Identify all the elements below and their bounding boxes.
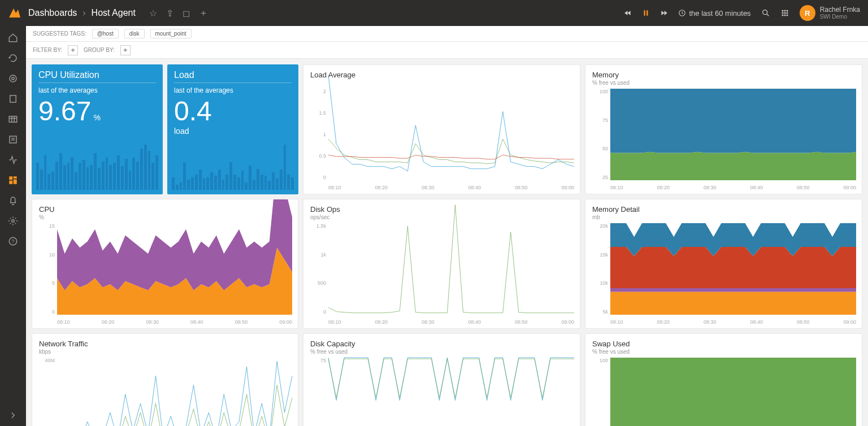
topbar: Dashboards › Host Agent ☆ ⇪ ◻ ＋ the last… [0,0,868,26]
tile-value: 9.67 [38,95,91,127]
target-icon[interactable] [8,73,18,84]
tile-load[interactable]: Load last of the averages 0.4 load [167,64,298,194]
star-icon[interactable]: ☆ [149,8,157,19]
chart [328,89,574,180]
tile-title: Disk Ops [310,205,573,214]
search-icon[interactable] [761,8,770,18]
chart [57,358,292,426]
y-axis: 151050 [36,223,55,315]
share-icon[interactable]: ⇪ [166,8,173,19]
chart [610,223,856,315]
y-axis: 20k15k10k5k [589,223,608,315]
home-icon[interactable] [8,33,18,43]
svg-text:?: ? [11,238,14,244]
tile-value: 0.4 [174,95,212,127]
plus-icon[interactable]: ＋ [199,7,208,19]
x-axis: 08:1008:2008:3008:4008:5009:00 [328,185,574,190]
tile-subtitle: last of the averages [38,86,156,94]
apps-grid-icon[interactable] [780,8,789,18]
svg-rect-4 [10,95,16,102]
tile-unit: load [174,127,292,136]
x-axis: 08:1008:2008:3008:4008:5009:00 [610,319,856,325]
bell-icon[interactable] [8,195,18,206]
tile-memory-detail[interactable]: Memory Detail mb 20k15k10k5k 08:1008:200… [585,199,862,329]
tile-title: CPU Utilization [38,70,156,83]
user-org: SWI Demo [820,14,860,20]
breadcrumb: Dashboards › Host Agent [28,8,136,18]
tile-unit: % [93,113,100,122]
tile-title: Swap Used [592,340,855,348]
time-range-picker[interactable]: the last 60 minutes [678,9,751,18]
monitor-icon[interactable]: ◻ [183,8,190,19]
svg-point-7 [12,220,15,223]
tile-title: CPU [39,205,291,214]
sidebar: ? [0,26,26,426]
tile-title: Disk Capacity [310,340,573,348]
tile-disk-ops[interactable]: Disk Ops ops/sec 1.5k1k5000 08:1008:2008… [303,199,580,329]
tag-disk[interactable]: disk [124,29,145,38]
tile-subtitle: mb [592,214,855,220]
tile-title: Memory [592,71,855,79]
tile-title: Network Traffic [39,340,291,348]
document-icon[interactable] [8,94,18,104]
y-axis: 100 [589,358,608,426]
refresh-icon[interactable] [8,53,18,63]
svg-rect-5 [9,116,17,123]
time-range-label: the last 60 minutes [689,9,751,18]
help-icon[interactable]: ? [8,236,18,246]
user-name: Rachel Frnka [820,6,860,14]
add-group-button[interactable]: + [120,45,131,55]
tile-subtitle: % free vs used [592,80,855,86]
tag-host[interactable]: @host [92,29,119,38]
filter-by-label: FILTER BY: [33,47,62,53]
expand-sidebar-icon[interactable] [8,410,18,420]
x-axis: 08:1008:2008:3008:4008:5009:00 [610,185,856,190]
tile-disk-capacity[interactable]: Disk Capacity % free vs used 7550 08:100… [303,333,580,426]
svg-point-1 [762,10,767,15]
svg-point-2 [10,75,16,82]
brand-logo-icon [8,6,21,20]
y-axis: 40M20M [36,358,55,426]
x-axis: 08:1008:2008:3008:4008:5009:00 [328,319,574,325]
user-menu[interactable]: R Rachel Frnka SWI Demo [800,5,860,21]
chart [57,223,292,315]
group-by-label: GROUP BY: [84,47,115,53]
table-icon[interactable] [8,114,18,124]
main-content: SUGGESTED TAGS: @host disk mount_point F… [26,26,868,426]
y-axis: 1.5k1k5000 [307,223,326,315]
svg-point-3 [12,77,15,80]
chevron-right-icon: › [83,8,85,18]
tile-subtitle: % free vs used [592,349,855,355]
chart [328,223,574,315]
tag-mount-point[interactable]: mount_point [150,29,192,38]
tags-bar: SUGGESTED TAGS: @host disk mount_point [26,26,868,42]
rewind-icon[interactable] [624,9,632,17]
tile-title: Load [174,70,292,83]
chart [610,89,856,180]
tile-network-traffic[interactable]: Network Traffic kbps 40M20M 08:1008:2008… [32,333,298,426]
gear-icon[interactable] [8,216,18,226]
breadcrumb-root[interactable]: Dashboards [28,8,77,18]
chart [610,358,856,426]
tile-subtitle: kbps [39,349,291,355]
tile-cpu-utilization[interactable]: CPU Utilization last of the averages 9.6… [32,64,163,194]
tile-memory[interactable]: Memory % free vs used 100755025 08:1008:… [585,64,862,194]
forward-icon[interactable] [660,9,668,17]
list-icon[interactable] [8,134,18,145]
breadcrumb-page: Host Agent [92,8,136,18]
y-axis: 21.510.50 [307,89,326,180]
tile-subtitle: ops/sec [310,214,573,220]
add-filter-button[interactable]: + [68,45,78,55]
x-axis: 08:1008:2008:3008:4008:5009:00 [57,319,292,325]
activity-icon[interactable] [8,155,18,165]
tags-label: SUGGESTED TAGS: [33,31,86,37]
pause-icon[interactable] [642,9,650,17]
avatar: R [800,5,815,21]
sparkbars [172,145,294,190]
tile-cpu[interactable]: CPU % 151050 08:1008:2008:3008:4008:5009… [32,199,298,329]
y-axis: 100755025 [589,89,608,180]
dashboards-icon[interactable] [8,175,18,185]
clock-icon [678,9,686,17]
tile-load-average[interactable]: Load Average 21.510.50 08:1008:2008:3008… [303,64,580,194]
tile-swap-used[interactable]: Swap Used % free vs used 100 08:1008:200… [585,333,862,426]
